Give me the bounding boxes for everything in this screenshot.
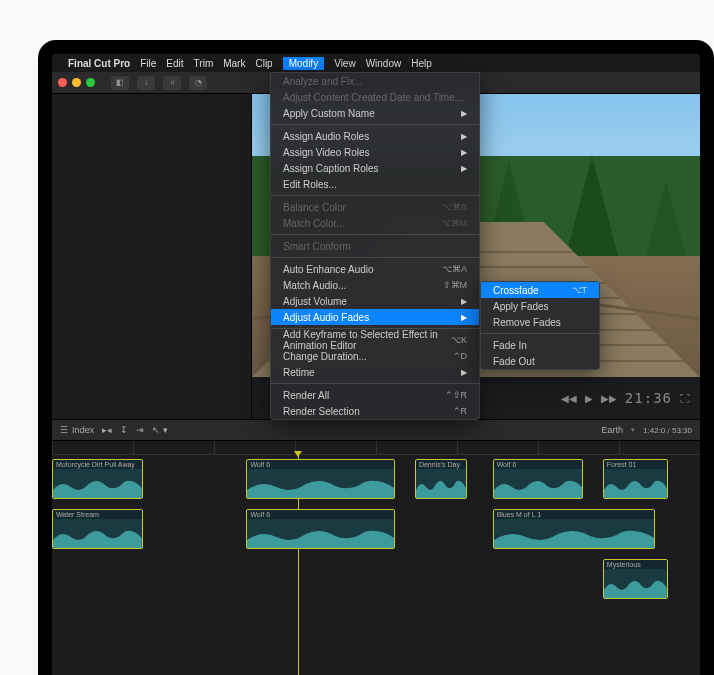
play-icon[interactable]: ▶ xyxy=(585,393,593,404)
trim-tool-icon[interactable]: ▸◂ xyxy=(102,425,112,435)
submenu-item[interactable]: Crossfade⌥T xyxy=(481,282,599,298)
timeline-clip[interactable]: Motorcycle Dirt Pull Away xyxy=(52,459,143,499)
timeline-clip[interactable]: Forest 01 xyxy=(603,459,668,499)
timeline-ruler[interactable] xyxy=(52,441,700,455)
play-back-icon[interactable]: ◀◀ xyxy=(561,393,577,404)
timeline-clip[interactable]: Water Stream xyxy=(52,509,143,549)
menu-item[interactable]: Apply Custom Name▶ xyxy=(271,105,479,121)
close-button[interactable] xyxy=(58,78,67,87)
timecode-display: 21:36 xyxy=(625,390,672,406)
timeline-clip[interactable]: Dennis's Day xyxy=(415,459,467,499)
timeline-clip[interactable]: Blues M of L 1 xyxy=(493,509,655,549)
timeline-clip[interactable]: Wolf 6 xyxy=(246,509,395,549)
menu-item[interactable]: Render All⌃⇧R xyxy=(271,387,479,403)
adjust-audio-fades-submenu: Crossfade⌥TApply FadesRemove FadesFade I… xyxy=(480,281,600,370)
submenu-item[interactable]: Fade In xyxy=(481,337,599,353)
menu-item[interactable]: Assign Caption Roles▶ xyxy=(271,160,479,176)
arrow-tool-icon[interactable]: ↖ ▾ xyxy=(152,425,168,435)
timeline[interactable]: Motorcycle Dirt Pull AwayWater StreamWol… xyxy=(52,441,700,675)
menu-item[interactable]: Adjust Audio Fades▶ xyxy=(271,309,479,325)
menu-item: Adjust Content Created Date and Time... xyxy=(271,89,479,105)
timeline-clip[interactable]: Wolf 6 xyxy=(493,459,584,499)
menu-item[interactable]: Render Selection⌃R xyxy=(271,403,479,419)
project-name[interactable]: Earth xyxy=(602,425,624,435)
menu-item[interactable]: Adjust Volume▶ xyxy=(271,293,479,309)
menu-trim[interactable]: Trim xyxy=(194,58,214,69)
menu-item: Match Color...⌥⌘M xyxy=(271,215,479,231)
timeline-clip[interactable]: Mysterious xyxy=(603,559,668,599)
submenu-item[interactable]: Remove Fades xyxy=(481,314,599,330)
app-name[interactable]: Final Cut Pro xyxy=(68,58,130,69)
append-icon[interactable]: ⇥ xyxy=(136,425,144,435)
import-icon[interactable]: ↓ xyxy=(137,76,155,90)
window-controls xyxy=(58,78,95,87)
menu-view[interactable]: View xyxy=(334,58,356,69)
insert-icon[interactable]: ↧ xyxy=(120,425,128,435)
timeline-toolbar: ☰ Index ▸◂ ↧ ⇥ ↖ ▾ Earth ▾ 1:42:0 / 53:3… xyxy=(52,419,700,441)
menu-help[interactable]: Help xyxy=(411,58,432,69)
project-duration: 1:42:0 / 53:30 xyxy=(643,426,692,435)
submenu-item[interactable]: Apply Fades xyxy=(481,298,599,314)
menu-item[interactable]: Match Audio...⇧⌘M xyxy=(271,277,479,293)
submenu-item[interactable]: Fade Out xyxy=(481,353,599,369)
menu-file[interactable]: File xyxy=(140,58,156,69)
app-screen: Final Cut Pro File Edit Trim Mark Clip M… xyxy=(52,54,700,675)
keyword-icon[interactable]: ⌗ xyxy=(163,76,181,90)
menu-item[interactable]: Retime▶ xyxy=(271,364,479,380)
menu-item: Analyze and Fix... xyxy=(271,73,479,89)
menu-item[interactable]: Assign Audio Roles▶ xyxy=(271,128,479,144)
timeline-clip[interactable]: Wolf 6 xyxy=(246,459,395,499)
laptop-frame: Final Cut Pro File Edit Trim Mark Clip M… xyxy=(38,40,714,675)
menu-modify[interactable]: Modify xyxy=(283,57,324,70)
library-toggle-icon[interactable]: ◧ xyxy=(111,76,129,90)
timeline-tracks[interactable]: Motorcycle Dirt Pull AwayWater StreamWol… xyxy=(52,455,700,675)
index-button[interactable]: ☰ Index xyxy=(60,425,94,435)
fullscreen-icon[interactable]: ⛶ xyxy=(680,393,690,404)
menu-item: Smart Conform xyxy=(271,238,479,254)
menu-item[interactable]: Auto Enhance Audio⌥⌘A xyxy=(271,261,479,277)
menu-item: Balance Color⌥⌘B xyxy=(271,199,479,215)
menu-clip[interactable]: Clip xyxy=(255,58,272,69)
render-icon[interactable]: ◔ xyxy=(189,76,207,90)
menu-edit[interactable]: Edit xyxy=(166,58,183,69)
maximize-button[interactable] xyxy=(86,78,95,87)
menu-item[interactable]: Edit Roles... xyxy=(271,176,479,192)
menubar: Final Cut Pro File Edit Trim Mark Clip M… xyxy=(52,54,700,72)
minimize-button[interactable] xyxy=(72,78,81,87)
modify-menu-dropdown: Analyze and Fix...Adjust Content Created… xyxy=(270,72,480,420)
browser-panel[interactable] xyxy=(52,94,252,419)
menu-item[interactable]: Assign Video Roles▶ xyxy=(271,144,479,160)
menu-window[interactable]: Window xyxy=(366,58,402,69)
menu-mark[interactable]: Mark xyxy=(223,58,245,69)
play-fwd-icon[interactable]: ▶▶ xyxy=(601,393,617,404)
menu-item[interactable]: Add Keyframe to Selected Effect in Anima… xyxy=(271,332,479,348)
